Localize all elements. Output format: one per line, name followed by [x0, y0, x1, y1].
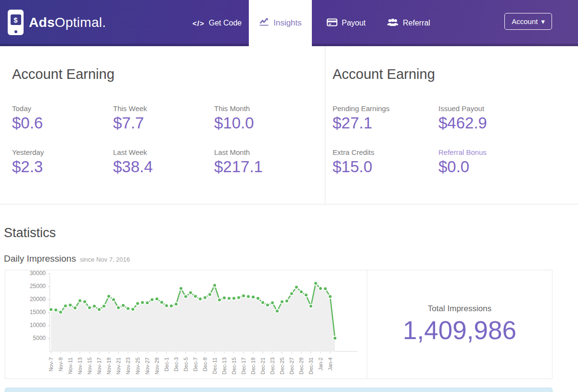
chart-point[interactable] [275, 309, 279, 313]
chart-point[interactable] [116, 306, 120, 310]
chart-point[interactable] [328, 295, 332, 299]
chart-point[interactable] [160, 300, 164, 304]
x-axis-label: Nov-7 [48, 357, 54, 371]
y-axis-label: 5000 [14, 335, 46, 341]
chart-point[interactable] [112, 298, 116, 302]
chart-point[interactable] [246, 295, 250, 299]
chart-point[interactable] [333, 336, 337, 340]
x-axis-label: Dec-23 [270, 357, 275, 374]
x-axis-label: Nov-9 [58, 357, 64, 371]
statistics-panels: 50001000015000200002500030000 Nov-7Nov-9… [5, 270, 552, 379]
chart-point[interactable] [285, 299, 289, 303]
account-dropdown-button[interactable]: Account ▾ [504, 13, 552, 30]
chart-point[interactable] [54, 308, 58, 312]
chart-point[interactable] [323, 287, 327, 291]
chart-point[interactable] [97, 308, 101, 312]
daily-impressions-chart[interactable]: 50001000015000200002500030000 Nov-7Nov-9… [5, 270, 367, 379]
brand[interactable]: $ AdsOptimal. [8, 10, 106, 35]
nav-insights-label: Insights [273, 18, 302, 28]
stat-this-week: This Week $7.7 [113, 104, 214, 132]
chart-point[interactable] [184, 295, 188, 299]
chart-point[interactable] [242, 294, 245, 298]
chart-point[interactable] [203, 296, 207, 300]
chart-point[interactable] [198, 297, 202, 301]
brand-name: AdsOptimal. [29, 15, 106, 30]
chart-point[interactable] [189, 291, 193, 294]
x-axis-label: Nov-23 [125, 357, 131, 374]
chart-point[interactable] [280, 300, 284, 303]
chart-point[interactable] [131, 307, 135, 311]
nav-referral[interactable]: Referral [387, 0, 430, 46]
y-axis-label: 15000 [14, 309, 46, 316]
nav-get-code[interactable]: </> Get Code [193, 0, 242, 46]
nav-insights-active-tab[interactable]: Insights [249, 0, 312, 46]
chart-point[interactable] [141, 301, 144, 304]
chart-point[interactable] [309, 304, 313, 308]
nav-payout[interactable]: Payout [327, 0, 366, 46]
users-icon [387, 18, 398, 28]
chart-point[interactable] [304, 293, 308, 297]
chart-point[interactable] [251, 295, 255, 299]
chart-point[interactable] [49, 308, 53, 312]
chart-point[interactable] [261, 301, 265, 304]
stat-pending-earnings: Pending Earnings $27.1 [333, 104, 438, 132]
nav-referral-label: Referral [403, 19, 430, 27]
chart-point[interactable] [222, 296, 226, 300]
x-axis-label: Nov-11 [67, 357, 73, 374]
chart-point[interactable] [150, 298, 154, 302]
chart-point[interactable] [145, 301, 149, 305]
stat-referral-bonus: Referral Bonus $0.0 [438, 148, 544, 176]
chart-point[interactable] [136, 302, 140, 305]
chart-point[interactable] [266, 303, 270, 307]
chart-title: Daily Impressions [4, 253, 76, 264]
chart-point[interactable] [295, 285, 298, 289]
x-axis-label: Dec-19 [250, 357, 256, 374]
chart-point[interactable] [59, 310, 63, 314]
x-axis-label: Dec-11 [212, 357, 218, 374]
chart-point[interactable] [121, 303, 125, 307]
chart-point[interactable] [290, 292, 294, 296]
chart-point[interactable] [232, 296, 236, 300]
chart-point[interactable] [256, 296, 260, 300]
chart-point[interactable] [169, 304, 173, 308]
x-axis-label: Dec-3 [173, 357, 179, 371]
x-axis-label: Nov-17 [96, 357, 102, 374]
chart-point[interactable] [165, 303, 168, 307]
chart-point[interactable] [155, 297, 159, 301]
chart-point[interactable] [218, 298, 221, 302]
stat-last-month: Last Month $217.1 [214, 148, 315, 176]
x-axis-label: Nov-19 [106, 357, 112, 374]
chart-point[interactable] [102, 304, 106, 308]
chart-point[interactable] [126, 306, 130, 310]
chart-point[interactable] [64, 304, 67, 308]
chart-point[interactable] [78, 299, 82, 303]
chart-point[interactable] [237, 296, 241, 300]
chart-point[interactable] [88, 306, 91, 310]
x-axis-label: Nov-13 [77, 357, 83, 374]
chart-point[interactable] [270, 301, 274, 305]
x-axis-label: Dec-21 [260, 357, 266, 374]
chart-point[interactable] [208, 292, 212, 296]
chart-point[interactable] [319, 287, 322, 291]
line-chart-icon [259, 18, 269, 28]
caret-down-icon: ▾ [541, 17, 545, 26]
chart-point[interactable] [213, 283, 217, 287]
chart-point[interactable] [107, 294, 111, 298]
chart-point[interactable] [174, 302, 178, 306]
account-earning-periods-panel: Account Earning Today $0.6 This Week $7.… [0, 46, 325, 204]
x-axis-label: Jan-4 [327, 357, 333, 371]
chart-point[interactable] [227, 296, 231, 300]
chart-point[interactable] [299, 290, 303, 294]
chart-point[interactable] [314, 281, 318, 285]
chart-point[interactable] [193, 294, 197, 298]
y-axis-label: 20000 [14, 296, 46, 303]
chart-point[interactable] [92, 304, 96, 308]
earnings-grid: Pending Earnings $27.1 Issued Payout $46… [333, 104, 578, 176]
chart-point[interactable] [73, 306, 77, 310]
earnings-grid: Today $0.6 This Week $7.7 This Month $10… [12, 104, 325, 176]
chart-point[interactable] [179, 287, 183, 291]
plot-area [50, 274, 358, 352]
x-axis-label: Dec-1 [164, 357, 169, 371]
chart-point[interactable] [83, 300, 87, 303]
chart-point[interactable] [68, 303, 72, 307]
